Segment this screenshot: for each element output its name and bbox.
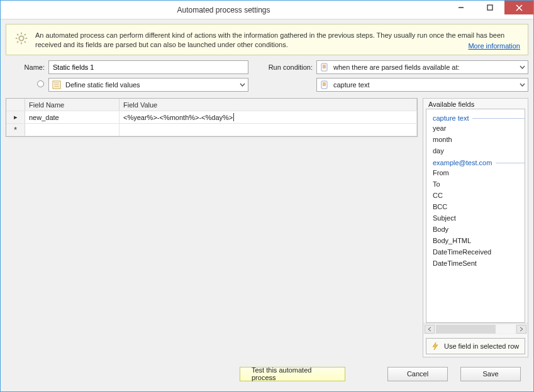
- run-condition-value: when there are parsed fields available a…: [333, 63, 460, 71]
- list-icon: [52, 80, 62, 90]
- test-process-label: Test this automated process: [252, 366, 333, 381]
- lightning-icon: [430, 341, 440, 351]
- name-label: Name:: [6, 63, 45, 71]
- grid-wrap: Field Name Field Value ▸ new_date <%year…: [6, 98, 418, 357]
- scroll-left-arrow[interactable]: [425, 325, 435, 334]
- row-action-detail: Define static field values capture text: [6, 78, 528, 92]
- svg-line-10: [25, 41, 26, 43]
- fields-grid[interactable]: Field Name Field Value ▸ new_date <%year…: [6, 98, 418, 137]
- close-button[interactable]: [504, 1, 533, 14]
- save-label: Save: [482, 370, 498, 378]
- row-name-runcondition: Name: Run condition: when there are pars…: [6, 60, 528, 74]
- list-item[interactable]: BCC: [433, 202, 525, 212]
- scroll-track[interactable]: [436, 325, 515, 334]
- list-item[interactable]: year: [433, 123, 525, 134]
- document-icon: [320, 80, 330, 90]
- svg-point-17: [38, 81, 44, 87]
- available-fields-title: Available fields: [423, 99, 528, 109]
- svg-point-4: [19, 36, 23, 40]
- table-row-new[interactable]: *: [6, 124, 417, 136]
- list-item[interactable]: To: [433, 179, 525, 190]
- svg-line-12: [25, 34, 26, 35]
- name-input[interactable]: [48, 60, 248, 74]
- cancel-label: Cancel: [407, 370, 428, 378]
- maximize-button[interactable]: [476, 1, 504, 14]
- window-title: Automated process settings: [1, 6, 447, 14]
- run-condition-combo[interactable]: when there are parsed fields available a…: [316, 60, 528, 74]
- svg-rect-13: [321, 63, 327, 71]
- text-cursor: [233, 113, 234, 121]
- chevron-down-icon: [240, 81, 245, 89]
- radio-icon[interactable]: [36, 80, 45, 90]
- group-header: capture text: [433, 114, 525, 122]
- cell-field-value-text: <%year%>-<%month%>-<%day%>: [123, 114, 233, 121]
- minimize-button[interactable]: [447, 1, 476, 14]
- cell-field-name-empty[interactable]: [25, 124, 120, 136]
- scroll-thumb[interactable]: [436, 325, 496, 334]
- svg-rect-22: [321, 81, 327, 89]
- available-fields-list[interactable]: capture text year month day example@test…: [426, 109, 525, 323]
- use-field-label: Use field in selected row: [444, 342, 519, 351]
- chevron-down-icon: [520, 81, 525, 89]
- scroll-right-arrow[interactable]: [516, 325, 526, 334]
- run-condition-detail-combo[interactable]: capture text: [316, 78, 528, 92]
- document-icon: [320, 62, 330, 72]
- svg-marker-26: [433, 342, 438, 350]
- cell-field-value-empty[interactable]: [120, 124, 417, 136]
- cell-field-name[interactable]: new_date: [25, 111, 120, 123]
- titlebar: Automated process settings: [1, 1, 533, 19]
- list-item[interactable]: day: [433, 146, 525, 156]
- list-item[interactable]: From: [433, 168, 525, 178]
- svg-line-9: [17, 34, 18, 35]
- use-field-button[interactable]: Use field in selected row: [426, 338, 525, 354]
- svg-line-11: [17, 41, 18, 43]
- list-item[interactable]: DateTimeSent: [433, 258, 525, 269]
- group-label: example@test.com: [433, 159, 492, 166]
- available-fields-panel: Available fields capture text year month…: [423, 98, 528, 357]
- gear-icon: [14, 31, 29, 46]
- horizontal-scrollbar[interactable]: [423, 323, 528, 334]
- cancel-button[interactable]: Cancel: [387, 367, 448, 381]
- grid-corner: [6, 99, 25, 111]
- test-process-button[interactable]: Test this automated process: [240, 367, 345, 381]
- footer: Test this automated process Cancel Save: [6, 361, 528, 386]
- col-header-name[interactable]: Field Name: [25, 99, 120, 111]
- list-item[interactable]: DateTimeReceived: [433, 247, 525, 258]
- list-item[interactable]: month: [433, 134, 525, 145]
- action-value: Define static field values: [65, 81, 140, 89]
- info-text: An automated process can perform differe…: [35, 31, 520, 50]
- run-condition-detail-value: capture text: [333, 81, 369, 89]
- list-item[interactable]: CC: [433, 190, 525, 201]
- chevron-down-icon: [520, 63, 525, 71]
- group-header: example@test.com: [433, 159, 525, 166]
- content-area: An automated process can perform differe…: [1, 19, 533, 391]
- list-item[interactable]: Subject: [433, 213, 525, 224]
- svg-rect-1: [487, 5, 492, 10]
- row-indicator-current: ▸: [6, 111, 25, 123]
- run-condition-label: Run condition:: [259, 63, 313, 71]
- titlebar-buttons: [447, 1, 533, 19]
- list-item[interactable]: Body_HTML: [433, 236, 525, 246]
- col-header-value[interactable]: Field Value: [120, 99, 417, 111]
- list-item[interactable]: Body: [433, 224, 525, 235]
- row-indicator-new: *: [6, 124, 25, 136]
- action-combo[interactable]: Define static field values: [48, 78, 248, 92]
- group-label: capture text: [433, 114, 469, 122]
- body-area: Field Name Field Value ▸ new_date <%year…: [6, 98, 528, 357]
- window: Automated process settings An automated …: [0, 0, 534, 392]
- table-row[interactable]: ▸ new_date <%year%>-<%month%>-<%day%>: [6, 111, 417, 124]
- radio-placeholder: [6, 80, 45, 90]
- save-button[interactable]: Save: [460, 367, 521, 381]
- grid-header-row: Field Name Field Value: [6, 99, 417, 111]
- info-panel: An automated process can perform differe…: [6, 24, 528, 55]
- cell-field-value[interactable]: <%year%>-<%month%>-<%day%>: [120, 111, 417, 123]
- more-information-link[interactable]: More information: [468, 42, 520, 50]
